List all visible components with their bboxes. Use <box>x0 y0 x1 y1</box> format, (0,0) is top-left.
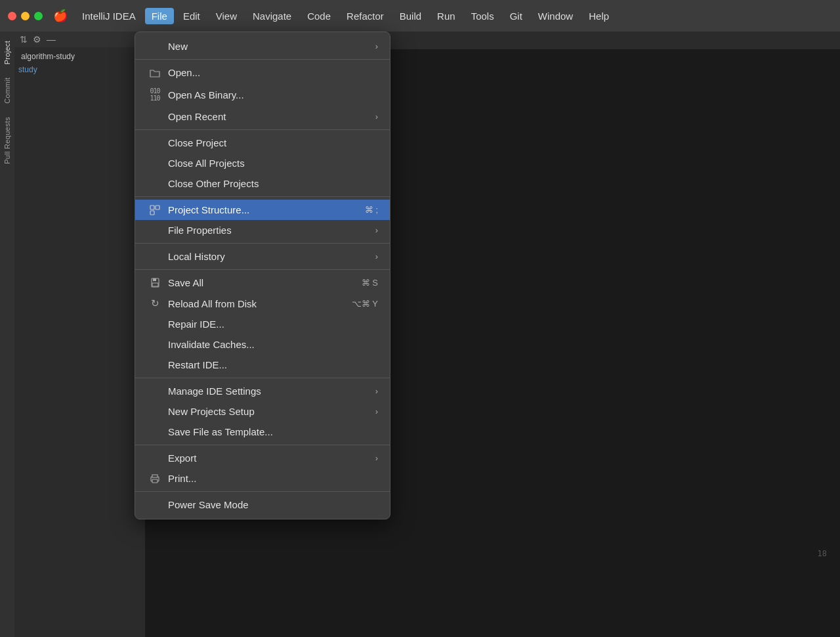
menu-item-reload[interactable]: ↻ Reload All from Disk ⌥⌘ Y <box>135 293 390 314</box>
menu-item-repair-label: Repair IDE... <box>168 318 378 330</box>
menu-item-print-label: Print... <box>168 473 378 484</box>
menu-item-local-history[interactable]: Local History › <box>135 246 390 267</box>
menu-item-local-history-label: Local History <box>168 251 370 262</box>
manage-settings-arrow-icon: › <box>375 386 378 396</box>
local-history-arrow-icon: › <box>375 252 378 261</box>
menu-item-save-template-label: Save File as Template... <box>168 426 378 437</box>
menu-item-save-all[interactable]: Save All ⌘ S <box>135 273 390 293</box>
menubar-window[interactable]: Window <box>532 8 579 24</box>
separator-1 <box>135 129 390 130</box>
menubar-view[interactable]: View <box>209 8 243 24</box>
menu-item-invalidate[interactable]: Invalidate Caches... <box>135 334 390 355</box>
menu-item-restart[interactable]: Restart IDE... <box>135 355 390 375</box>
sidebar-item-pull-requests[interactable]: Pull Requests <box>1 110 13 171</box>
svg-rect-2 <box>150 211 154 215</box>
menu-bar: 🍎 IntelliJ IDEA File Edit View Navigate … <box>0 0 840 32</box>
binary-icon: 010110 <box>147 87 163 102</box>
menu-item-power-save[interactable]: Power Save Mode <box>135 494 390 515</box>
reload-icon: ↻ <box>147 297 163 309</box>
menu-item-open-binary-label: Open As Binary... <box>168 89 378 100</box>
menubar-help[interactable]: Help <box>582 8 616 24</box>
print-icon <box>147 474 163 483</box>
open-recent-arrow-icon: › <box>375 112 378 121</box>
menu-item-restart-label: Restart IDE... <box>168 359 378 370</box>
menu-item-export[interactable]: Export › <box>135 448 390 468</box>
minimize-button[interactable] <box>21 12 30 20</box>
separator-4 <box>135 269 390 270</box>
save-all-shortcut: ⌘ S <box>362 278 378 288</box>
menubar-navigate[interactable]: Navigate <box>246 8 298 24</box>
separator-6 <box>135 445 390 445</box>
new-arrow-icon: › <box>375 41 378 51</box>
menu-item-file-properties-label: File Properties <box>168 225 370 236</box>
filter-icon[interactable]: ⇅ <box>20 34 28 45</box>
menu-item-invalidate-label: Invalidate Caches... <box>168 339 378 350</box>
menubar-run[interactable]: Run <box>430 8 462 24</box>
menu-item-close-other-projects[interactable]: Close Other Projects <box>135 173 390 194</box>
svg-rect-8 <box>152 479 158 483</box>
project-root-item[interactable]: algorithm-study <box>14 50 145 63</box>
separator-3 <box>135 243 390 244</box>
menubar-edit[interactable]: Edit <box>177 8 207 24</box>
maximize-button[interactable] <box>34 12 43 20</box>
line-number: 18 <box>818 549 827 558</box>
svg-rect-7 <box>152 475 158 477</box>
menu-item-open-binary[interactable]: 010110 Open As Binary... <box>135 83 390 106</box>
svg-rect-0 <box>150 206 154 209</box>
menu-item-manage-settings[interactable]: Manage IDE Settings › <box>135 381 390 401</box>
menubar-git[interactable]: Git <box>503 8 529 24</box>
menu-item-project-structure[interactable]: Project Structure... ⌘ ; <box>135 200 390 220</box>
panel-content: algorithm-study study <box>14 47 145 637</box>
menu-item-close-project-label: Close Project <box>168 137 378 148</box>
menu-item-project-structure-label: Project Structure... <box>168 204 354 215</box>
sidebar-item-commit[interactable]: Commit <box>1 71 13 110</box>
project-structure-shortcut: ⌘ ; <box>365 205 378 215</box>
menu-item-new[interactable]: New › <box>135 36 390 56</box>
menu-item-repair[interactable]: Repair IDE... <box>135 314 390 334</box>
settings-icon[interactable]: ⚙ <box>33 34 41 45</box>
svg-rect-5 <box>152 283 158 286</box>
open-folder-icon <box>147 68 163 77</box>
menubar-code[interactable]: Code <box>301 8 337 24</box>
close-button[interactable] <box>8 12 16 20</box>
save-icon <box>147 278 163 288</box>
menubar-refactor[interactable]: Refactor <box>340 8 390 24</box>
project-study-link[interactable]: study <box>14 63 145 76</box>
menu-item-open-recent-label: Open Recent <box>168 111 370 122</box>
menu-item-reload-label: Reload All from Disk <box>168 298 341 309</box>
menu-item-close-other-label: Close Other Projects <box>168 178 378 189</box>
project-panel: ⇅ ⚙ — algorithm-study study <box>14 32 146 637</box>
minimize-panel-icon[interactable]: — <box>47 34 56 45</box>
menubar-build[interactable]: Build <box>393 8 428 24</box>
menubar-intellij[interactable]: IntelliJ IDEA <box>75 8 142 24</box>
menu-item-new-projects-label: New Projects Setup <box>168 406 370 417</box>
traffic-lights <box>8 12 43 20</box>
menu-item-save-template[interactable]: Save File as Template... <box>135 422 390 442</box>
menu-item-power-save-label: Power Save Mode <box>168 499 378 510</box>
menu-item-open-label: Open... <box>168 67 378 78</box>
reload-shortcut: ⌥⌘ Y <box>352 299 378 309</box>
separator-0 <box>135 59 390 60</box>
vertical-tabs: Project Commit Pull Requests <box>0 32 14 637</box>
menu-item-open-recent[interactable]: Open Recent › <box>135 106 390 127</box>
panel-toolbar: ⇅ ⚙ — <box>14 32 145 47</box>
file-menu-dropdown: New › Open... 010110 Open As Binary... O… <box>135 32 390 519</box>
menu-item-manage-settings-label: Manage IDE Settings <box>168 385 370 397</box>
project-structure-icon <box>147 205 163 215</box>
svg-rect-1 <box>156 206 159 209</box>
separator-2 <box>135 196 390 197</box>
menubar-file[interactable]: File <box>145 8 174 24</box>
export-arrow-icon: › <box>375 453 378 463</box>
menu-item-file-properties[interactable]: File Properties › <box>135 220 390 240</box>
file-properties-arrow-icon: › <box>375 225 378 235</box>
menubar-tools[interactable]: Tools <box>465 8 501 24</box>
svg-rect-4 <box>153 278 156 281</box>
menu-item-print[interactable]: Print... <box>135 468 390 489</box>
menu-item-close-all-label: Close All Projects <box>168 158 378 169</box>
menu-item-open[interactable]: Open... <box>135 62 390 83</box>
menu-item-close-all-projects[interactable]: Close All Projects <box>135 153 390 173</box>
menu-item-export-label: Export <box>168 452 370 464</box>
menu-item-new-projects-setup[interactable]: New Projects Setup › <box>135 401 390 422</box>
menu-item-close-project[interactable]: Close Project <box>135 133 390 153</box>
sidebar-item-project[interactable]: Project <box>1 34 13 71</box>
